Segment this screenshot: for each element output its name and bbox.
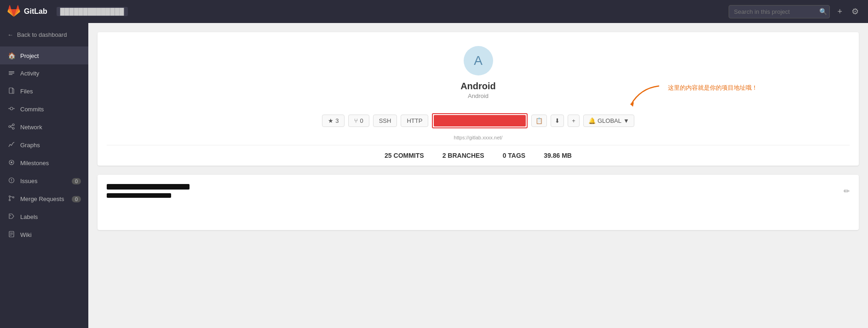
commits-stat-value: 25 COMMITS xyxy=(385,152,424,159)
svg-point-9 xyxy=(12,127,14,129)
sidebar-item-labels-label: Labels xyxy=(20,213,38,220)
issues-badge: 0 xyxy=(72,178,81,184)
svg-point-7 xyxy=(9,126,11,127)
stats-row: 25 COMMITS 2 BRANCHES 0 TAGS 39.86 MB xyxy=(107,145,850,166)
activity-icon xyxy=(7,69,16,77)
readme-header: ✏ xyxy=(107,184,850,198)
merge-requests-icon xyxy=(7,195,16,203)
sidebar-item-project-label: Project xyxy=(20,52,39,59)
sidebar-item-labels[interactable]: Labels xyxy=(0,208,88,226)
wiki-icon xyxy=(7,231,16,239)
project-namespace: Android xyxy=(468,92,489,99)
notification-label: GLOBAL xyxy=(598,117,621,124)
star-icon: ★ xyxy=(328,117,333,124)
http-button[interactable]: HTTP xyxy=(401,115,428,127)
sidebar-item-graphs[interactable]: Graphs xyxy=(0,136,88,154)
notification-button[interactable]: 🔔 GLOBAL ▼ xyxy=(583,115,634,127)
svg-rect-0 xyxy=(9,71,14,72)
svg-point-8 xyxy=(12,124,14,126)
sidebar-item-issues[interactable]: Issues 0 xyxy=(0,172,88,190)
add-file-button[interactable]: + xyxy=(568,115,580,127)
back-to-dashboard[interactable]: ← Back to dashboard xyxy=(0,23,88,47)
gitlab-logo: GitLab xyxy=(7,5,47,18)
ssh-button[interactable]: SSH xyxy=(373,115,397,127)
tags-stat[interactable]: 0 TAGS xyxy=(503,152,526,159)
sidebar-item-network[interactable]: Network xyxy=(0,118,88,136)
edit-readme-button[interactable]: ✏ xyxy=(844,187,850,196)
svg-rect-1 xyxy=(9,73,14,74)
svg-line-11 xyxy=(11,127,12,128)
readme-subtitle-bar xyxy=(107,193,171,198)
size-stat: 39.86 MB xyxy=(544,152,572,159)
url-hint: https://gitlab.xxxx.net/ xyxy=(107,135,850,145)
milestones-icon xyxy=(7,159,16,167)
size-stat-value: 39.86 MB xyxy=(544,152,572,159)
project-icon: 🏠 xyxy=(7,52,16,59)
sidebar-item-activity[interactable]: Activity xyxy=(0,64,88,82)
bell-icon: 🔔 xyxy=(588,117,596,124)
annotation-container: 这里的内容就是你的项目地址哦！ xyxy=(627,84,758,111)
search-icon-button[interactable]: 🔍 xyxy=(819,8,827,15)
project-avatar: A xyxy=(464,46,493,75)
sidebar-item-merge-requests-label: Merge Requests xyxy=(20,196,64,202)
url-input[interactable] xyxy=(434,115,526,127)
fork-count: 0 xyxy=(360,117,363,124)
branches-stat[interactable]: 2 BRANCHES xyxy=(443,152,484,159)
fork-icon: ⑂ xyxy=(354,117,358,124)
sidebar-item-project[interactable]: 🏠 Project xyxy=(0,47,88,64)
graphs-icon xyxy=(7,141,16,149)
svg-line-10 xyxy=(11,125,12,127)
sidebar-item-files-label: Files xyxy=(20,88,33,95)
project-name: Android xyxy=(460,81,496,92)
content-area: A Android Android 这里的内容就是你的项目地址哦！ ★ xyxy=(88,23,868,328)
labels-icon xyxy=(7,213,16,221)
star-button[interactable]: ★ 3 xyxy=(322,115,345,127)
svg-point-19 xyxy=(13,197,14,198)
fork-button[interactable]: ⑂ 0 xyxy=(348,115,369,127)
commits-icon xyxy=(7,105,16,113)
merge-requests-badge: 0 xyxy=(72,196,81,202)
sidebar-item-merge-requests[interactable]: Merge Requests 0 xyxy=(0,190,88,208)
sidebar-item-wiki-label: Wiki xyxy=(20,231,32,238)
top-header: GitLab ██████████████ 🔍 + ⚙ xyxy=(0,0,868,23)
main-layout: ← Back to dashboard 🏠 Project Activity F… xyxy=(0,23,868,328)
readme-content xyxy=(107,184,190,198)
commits-stat[interactable]: 25 COMMITS xyxy=(385,152,424,159)
svg-point-13 xyxy=(11,161,12,163)
sidebar-item-commits[interactable]: Commits xyxy=(0,100,88,118)
sidebar-item-milestones-label: Milestones xyxy=(20,160,49,167)
files-icon xyxy=(7,87,16,95)
star-count: 3 xyxy=(335,117,339,124)
sidebar-item-wiki[interactable]: Wiki xyxy=(0,226,88,244)
download-button[interactable]: ⬇ xyxy=(551,115,564,127)
sidebar-item-activity-label: Activity xyxy=(20,70,39,77)
settings-icon-button[interactable]: ⚙ xyxy=(850,5,861,18)
project-title-header: ██████████████ xyxy=(57,7,128,16)
url-input-wrapper xyxy=(432,113,528,128)
add-icon-button[interactable]: + xyxy=(835,5,844,18)
readme-title-bar xyxy=(107,184,190,190)
sidebar-item-commits-label: Commits xyxy=(20,106,44,113)
url-copy-button[interactable]: 📋 xyxy=(531,115,547,127)
sidebar-item-issues-label: Issues xyxy=(20,178,38,184)
header-icons: + ⚙ xyxy=(835,5,861,18)
search-input[interactable] xyxy=(729,5,830,18)
back-icon: ← xyxy=(7,31,13,38)
annotation-arrow xyxy=(627,84,663,111)
svg-point-21 xyxy=(10,215,11,216)
readme-card: ✏ xyxy=(98,175,859,230)
sidebar-item-network-label: Network xyxy=(20,124,42,131)
issues-icon xyxy=(7,177,16,185)
search-wrapper: 🔍 xyxy=(729,5,830,18)
svg-point-18 xyxy=(9,200,11,201)
gitlab-wordmark: GitLab xyxy=(24,7,47,16)
project-card: A Android Android 这里的内容就是你的项目地址哦！ ★ xyxy=(98,32,859,166)
sidebar-item-milestones[interactable]: Milestones xyxy=(0,154,88,172)
annotation-text: 这里的内容就是你的项目地址哦！ xyxy=(668,84,758,92)
svg-rect-2 xyxy=(9,74,12,75)
svg-point-16 xyxy=(11,181,11,182)
svg-point-4 xyxy=(10,107,13,110)
sidebar-item-graphs-label: Graphs xyxy=(20,142,40,149)
back-to-dashboard-label: Back to dashboard xyxy=(17,31,67,38)
sidebar-item-files[interactable]: Files xyxy=(0,82,88,100)
